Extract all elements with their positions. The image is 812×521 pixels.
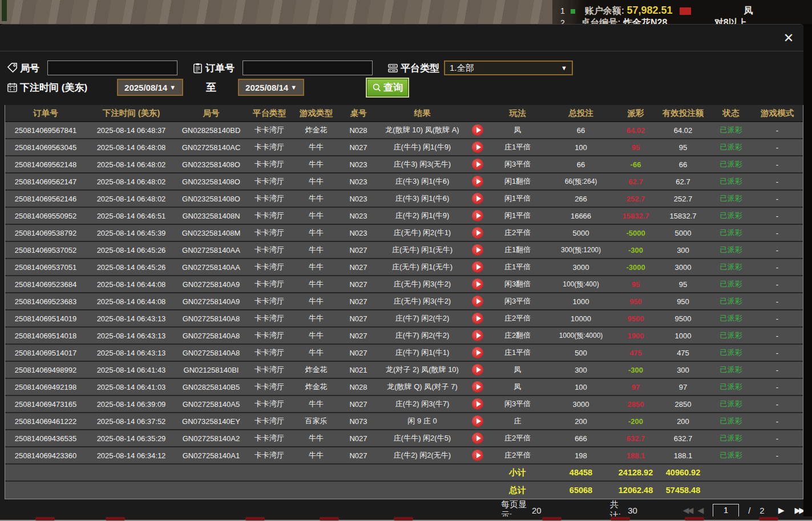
first-page-icon[interactable]: ◀◀ xyxy=(683,506,692,515)
replay-button[interactable] xyxy=(472,210,483,221)
col-header-game: 游戏类型 xyxy=(293,108,340,119)
cell-play: 庄 xyxy=(488,416,547,426)
replay-button[interactable] xyxy=(472,347,483,358)
platform-type-select[interactable]: 1.全部 ▼ xyxy=(444,60,573,75)
cell-replay xyxy=(467,261,488,273)
cell-replay xyxy=(467,159,488,170)
cell-game: 炸金花 xyxy=(293,365,340,375)
cell-game: 牛牛 xyxy=(293,330,340,341)
col-header-round: 局号 xyxy=(176,108,246,119)
lobby-row-1: 1 账户余额: 57,982.51 凤 xyxy=(560,5,753,17)
order-no-input[interactable] xyxy=(243,60,373,75)
replay-button[interactable] xyxy=(472,227,483,239)
replay-button[interactable] xyxy=(472,450,483,461)
cell-result: 庄(牛2) 闲2(无牛) xyxy=(377,450,467,461)
last-page-icon[interactable]: ▶▶ xyxy=(794,506,803,515)
cell-bet: 300(预:1200) xyxy=(547,245,615,255)
cell-order: 250814069567841 xyxy=(5,126,86,135)
cell-mode: - xyxy=(753,297,802,306)
table-row: 2508140694365352025-08-14 06:35:29GN0272… xyxy=(5,430,803,447)
replay-button[interactable] xyxy=(472,313,483,324)
subtotal-row: 小计 48458 24128.92 40960.92 xyxy=(5,465,803,482)
table-row: 2508140695236832025-08-14 06:44:08GN0272… xyxy=(5,293,803,310)
search-button[interactable]: 查询 xyxy=(367,79,408,96)
lobby-background: 1 账户余额: 57,982.51 凤 2 桌台编号: 炸金花N28 对8以上 xyxy=(0,0,812,24)
page-number-input[interactable]: 1 xyxy=(713,504,739,517)
cell-result: 庄(无牛) 闲2(牛1) xyxy=(377,228,467,238)
cell-play: 庄1平倍 xyxy=(488,348,547,358)
cell-play: 凤 xyxy=(488,382,547,392)
replay-button[interactable] xyxy=(472,244,483,256)
next-page-icon[interactable]: ▶ xyxy=(778,506,785,515)
cell-round: GN027258140A1 xyxy=(176,451,246,460)
total-count-value: 30 xyxy=(628,506,637,515)
date-to-select[interactable]: 2025/08/14 ▼ xyxy=(238,79,304,96)
lobby-side-text-2: 对8以上 xyxy=(714,18,747,24)
replay-button[interactable] xyxy=(472,176,483,187)
cell-round: GN021258140BI xyxy=(176,366,246,374)
calendar-icon xyxy=(7,82,18,93)
lobby-row-2: 2 桌台编号: 炸金花N28 对8以上 xyxy=(560,17,747,24)
cell-tableno: N027 xyxy=(340,451,377,460)
replay-button[interactable] xyxy=(472,330,483,341)
bet-history-dialog: ✕ 局号 订单号 xyxy=(0,24,803,516)
cell-mode: - xyxy=(753,229,802,237)
cell-status: 已派彩 xyxy=(709,416,753,426)
cell-result: 庄(牛牛) 闲1(牛9) xyxy=(377,142,467,152)
cell-round: GN0232581408M xyxy=(176,229,246,237)
cell-status: 已派彩 xyxy=(709,245,753,255)
replay-button[interactable] xyxy=(472,142,483,153)
cell-result: 龙(散牌 Q) 凤(对子 7) xyxy=(377,382,467,392)
prev-page-icon[interactable]: ◀ xyxy=(697,506,704,515)
cell-platform: 卡卡湾厅 xyxy=(246,193,293,204)
cell-valid: 62.7 xyxy=(657,177,709,186)
cell-result: 龙(散牌 10) 凤(散牌 A) xyxy=(377,125,467,135)
cell-payout: 95 xyxy=(615,280,657,289)
cell-bet: 66 xyxy=(547,160,615,169)
cell-order: 250814069473165 xyxy=(5,400,86,409)
cell-tableno: N027 xyxy=(340,246,377,255)
table-row: 2508140694233602025-08-14 06:34:12GN0272… xyxy=(5,447,803,465)
cell-status: 已派彩 xyxy=(709,296,753,306)
cell-payout: 64.02 xyxy=(615,126,657,135)
cell-platform: 卡卡湾厅 xyxy=(246,159,293,169)
date-from-select[interactable]: 2025/08/14 ▼ xyxy=(117,79,183,96)
cell-payout: -5000 xyxy=(615,229,657,237)
cell-play: 闲3平倍 xyxy=(488,159,547,169)
replay-button[interactable] xyxy=(472,398,483,410)
replay-button[interactable] xyxy=(472,364,483,375)
replay-button[interactable] xyxy=(472,261,483,273)
close-icon[interactable]: ✕ xyxy=(781,30,797,46)
replay-button[interactable] xyxy=(472,433,483,444)
cell-replay xyxy=(467,244,488,256)
table-row: 2508140694989922025-08-14 06:41:43GN0212… xyxy=(5,362,803,379)
replay-button[interactable] xyxy=(472,381,483,393)
replay-button[interactable] xyxy=(472,159,483,170)
replay-button[interactable] xyxy=(472,278,483,290)
cell-payout: 188.1 xyxy=(615,451,657,460)
bet-time-label: 下注时间 (美东) xyxy=(20,81,87,94)
cell-tableno: N023 xyxy=(340,160,377,169)
cell-payout: 252.7 xyxy=(615,195,657,203)
flag-icon xyxy=(680,7,691,15)
cell-tableno: N027 xyxy=(340,332,377,340)
replay-button[interactable] xyxy=(472,296,483,307)
cell-round: GN027258140A5 xyxy=(176,400,246,409)
cell-payout: 15832.7 xyxy=(615,212,657,220)
replay-button[interactable] xyxy=(472,124,483,136)
cell-tableno: N023 xyxy=(340,229,377,237)
col-header-platform: 平台类型 xyxy=(246,108,293,119)
cell-tableno: N027 xyxy=(340,143,377,152)
cell-payout: -200 xyxy=(615,417,657,426)
replay-button[interactable] xyxy=(472,193,483,204)
cell-time: 2025-08-14 06:48:02 xyxy=(86,195,176,203)
replay-button[interactable] xyxy=(472,415,483,427)
cell-round: GN027258140A2 xyxy=(176,434,246,443)
cell-status: 已派彩 xyxy=(709,399,753,409)
table-row: 2508140695140192025-08-14 06:43:13GN0272… xyxy=(5,310,803,328)
cell-valid: 95 xyxy=(657,143,709,152)
cell-order: 250814069514018 xyxy=(5,332,86,340)
cell-time: 2025-08-14 06:37:52 xyxy=(86,417,176,426)
cell-mode: - xyxy=(753,160,802,169)
round-no-input[interactable] xyxy=(47,60,177,75)
